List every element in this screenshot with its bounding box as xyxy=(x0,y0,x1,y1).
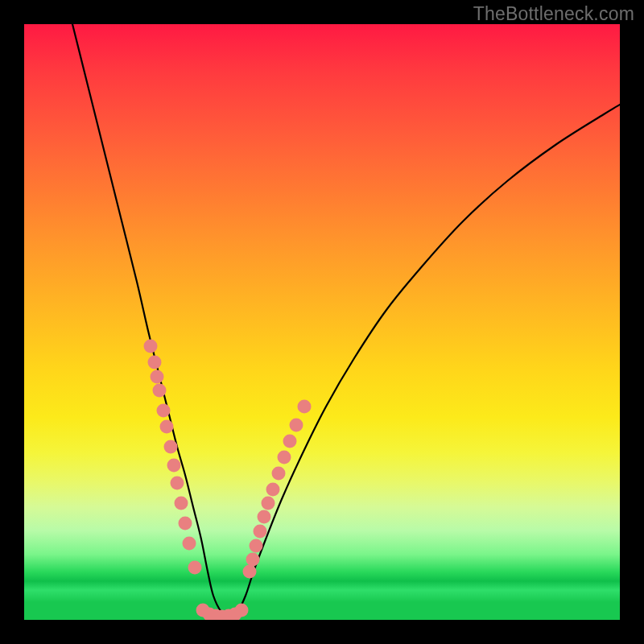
watermark-text: TheBottleneck.com xyxy=(473,3,634,25)
data-dot xyxy=(258,510,271,524)
data-dots xyxy=(144,340,312,621)
data-dot xyxy=(235,604,249,617)
chart-svg xyxy=(24,24,620,620)
data-dot xyxy=(153,384,167,398)
data-dot xyxy=(283,435,297,448)
data-dot xyxy=(272,467,286,481)
data-dot xyxy=(164,440,178,454)
data-dot xyxy=(250,539,263,553)
data-dot xyxy=(183,537,196,551)
plot-area xyxy=(24,24,620,620)
data-dot xyxy=(246,553,260,567)
data-dot xyxy=(148,356,162,369)
data-dot xyxy=(254,525,267,539)
data-dot xyxy=(144,340,158,353)
data-dot xyxy=(290,419,303,432)
data-dot xyxy=(262,497,275,510)
data-dot xyxy=(171,477,184,490)
data-dot xyxy=(151,370,164,384)
data-dot xyxy=(278,451,291,464)
data-dot xyxy=(157,404,171,418)
data-dot xyxy=(188,561,202,575)
data-dot xyxy=(179,517,192,530)
bottleneck-curve xyxy=(72,24,620,616)
data-dot xyxy=(175,497,188,510)
data-dot xyxy=(167,459,181,473)
data-dot xyxy=(266,483,280,497)
outer-frame: TheBottleneck.com xyxy=(0,0,644,644)
data-dot xyxy=(160,420,174,434)
data-dot xyxy=(298,400,312,414)
data-dot xyxy=(243,565,257,579)
